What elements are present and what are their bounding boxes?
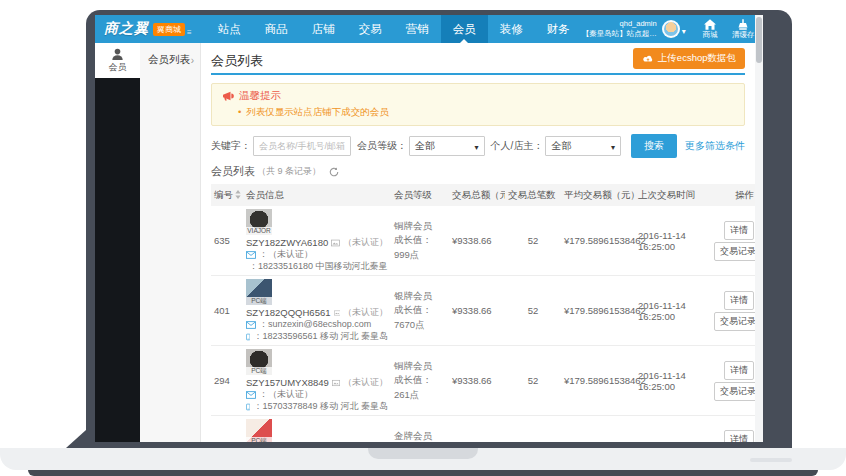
table-row: 401 PC端 SZY182QQQH6561（未认证） ：sunzexin@68… — [211, 276, 755, 346]
filter-bar: 关键字： 会员等级： 全部 个人/店主： 全部 搜索 更多 — [211, 134, 745, 158]
rail-item-member[interactable]: 会员 — [95, 43, 140, 78]
mall-button[interactable]: 商城 — [694, 19, 727, 39]
menu-item-decorate[interactable]: 装修 — [488, 15, 535, 43]
trade-record-button[interactable]: 交易记录 — [714, 312, 755, 331]
trade-total: ¥9338.66 — [449, 346, 505, 416]
search-button[interactable]: 搜索 — [631, 134, 677, 158]
member-email: ：（未认证） — [259, 389, 313, 400]
member-level: 银牌会员 — [394, 289, 446, 303]
trade-count: 52 — [505, 346, 561, 416]
vertical-scrollbar[interactable] — [755, 15, 763, 442]
member-email: ：（未认证） — [259, 249, 313, 260]
sort-icon — [235, 190, 241, 199]
main-menu: 站点 商品 店铺 交易 营销 会员 装修 财务 — [206, 15, 582, 43]
member-level-cell: 铜牌会员成长值：999点 — [391, 206, 449, 276]
menu-item-marketing[interactable]: 营销 — [394, 15, 441, 43]
detail-button[interactable]: 详情 — [724, 361, 754, 380]
navbar-actions: 商城 清缓存 皮肤 ? 帮助中心 — [694, 19, 755, 39]
member-avatar: PC端 — [246, 279, 272, 305]
user-site: 【秦皇岛站】站点超… — [582, 29, 657, 39]
chevron-right-icon — [191, 54, 194, 66]
id-card-icon — [332, 379, 340, 387]
member-name: SZY182QQQH6561 — [246, 307, 331, 318]
rail-item-label: 会员 — [95, 61, 140, 74]
email-icon — [246, 321, 256, 329]
menu-item-finance[interactable]: 财务 — [535, 15, 582, 43]
member-id: 635 — [211, 206, 243, 276]
detail-button[interactable]: 详情 — [724, 430, 754, 442]
col-level: 会员等级 — [391, 184, 449, 206]
refresh-button[interactable] — [329, 167, 339, 177]
menu-item-trade[interactable]: 交易 — [347, 15, 394, 43]
laptop-base-shadow — [28, 470, 818, 476]
clear-cache-button[interactable]: 清缓存 — [727, 19, 755, 39]
col-member-info: 会员信息 — [243, 184, 391, 206]
menu-item-shop[interactable]: 店铺 — [300, 15, 347, 43]
member-level-cell: 银牌会员成长值：7670点 — [391, 276, 449, 346]
member-email: ：sunzexin@68ecshop.com — [259, 319, 371, 330]
menu-item-goods[interactable]: 商品 — [253, 15, 300, 43]
trade-avg: ¥179.58961538462 — [561, 276, 635, 346]
detail-button[interactable]: 详情 — [724, 221, 754, 240]
megaphone-icon — [222, 91, 234, 101]
member-avatar: PC端 — [246, 349, 272, 375]
more-filters-link[interactable]: 更多筛选条件 — [685, 139, 745, 153]
level-select[interactable]: 全部 — [409, 136, 485, 156]
last-trade-time: 2016-11-14 16:25:00 — [635, 416, 711, 443]
mall-icon — [704, 19, 716, 30]
id-card-icon — [334, 309, 341, 317]
level-label: 会员等级： — [357, 139, 407, 153]
col-last-time: 上次交易时间 — [635, 184, 711, 206]
upload-ecshop-button[interactable]: 上传ecshop数据包 — [633, 48, 745, 69]
list-title-row: 会员列表 （共 9 条记录） — [211, 164, 745, 179]
member-id: 294 — [211, 346, 243, 416]
user-menu[interactable]: qhd_admin 【秦皇岛站】站点超… — [582, 19, 686, 39]
table-row: 635 VIAJOR SZY182ZWYA6180（未认证） ：（未认证） ：1… — [211, 206, 755, 276]
avatar-source-tag: PC端 — [246, 297, 272, 305]
user-avatar[interactable] — [662, 20, 680, 38]
col-count: 交易总笔数（笔） — [505, 184, 561, 206]
submenu-panel: 会员列表 — [140, 43, 201, 442]
keyword-input[interactable] — [253, 136, 351, 156]
table-row: 294 PC端 SZY157UMYX8849（未认证） ：（未认证） ：1570… — [211, 346, 755, 416]
menu-item-site[interactable]: 站点 — [206, 15, 253, 43]
avatar-source-tag: PC端 — [246, 437, 272, 442]
select-caret-icon — [611, 141, 615, 152]
scrollbar-thumb[interactable] — [756, 17, 762, 63]
trade-record-button[interactable]: 交易记录 — [714, 242, 755, 261]
refresh-icon — [329, 167, 339, 177]
hamburger-icon: ≡ — [187, 28, 192, 37]
select-caret-icon — [475, 141, 479, 152]
notice-item: 列表仅显示站点店铺下成交的会员 — [238, 106, 734, 119]
trade-count: 52 — [505, 276, 561, 346]
member-avatar: PC端 — [246, 419, 272, 442]
col-ops: 操作 — [711, 184, 755, 206]
table-header-row: 编号 会员信息 会员等级 交易总额（元） 交易总笔数（笔） 平均交易额（元） 上… — [211, 184, 755, 206]
member-name: SZY182ZWYA6180 — [246, 237, 328, 248]
col-id[interactable]: 编号 — [211, 184, 243, 206]
submenu-item-member-list[interactable]: 会员列表 — [140, 43, 200, 77]
brand-logo[interactable]: 商之翼 翼商城 ≡ — [104, 20, 192, 38]
page-header: 会员列表 上传ecshop数据包 — [211, 51, 745, 75]
type-select[interactable]: 全部 — [545, 136, 621, 156]
verify-status: （未认证） — [343, 237, 388, 248]
trade-avg: ¥179.58961538462 — [561, 206, 635, 276]
trade-record-button[interactable]: 交易记录 — [714, 382, 755, 401]
id-card-icon — [331, 239, 340, 247]
main-content: 会员列表 上传ecshop数据包 温馨提示 列表仅显示站点店铺下成交的会员 — [201, 43, 755, 442]
member-info-cell: PC端 SZY182QQQH6561（未认证） ：sunzexin@68ecsh… — [243, 276, 391, 346]
phone-icon — [246, 402, 250, 412]
col-total: 交易总额（元） — [449, 184, 505, 206]
member-level: 铜牌会员 — [394, 219, 446, 233]
detail-button[interactable]: 详情 — [724, 291, 754, 310]
member-level: 金牌会员 — [394, 429, 446, 442]
top-navbar: 商之翼 翼商城 ≡ 站点 商品 店铺 交易 营销 会员 装修 财务 qhd_ad… — [95, 15, 755, 43]
member-growth: 成长值：7670点 — [394, 303, 446, 332]
menu-item-member[interactable]: 会员 — [441, 15, 488, 43]
laptop-mockup: 商之翼 翼商城 ≡ 站点 商品 店铺 交易 营销 会员 装修 财务 qhd_ad… — [0, 0, 846, 476]
member-icon — [111, 48, 124, 60]
member-id: 401 — [211, 276, 243, 346]
last-trade-time: 2016-11-14 16:25:00 — [635, 206, 711, 276]
chevron-down-icon — [682, 20, 686, 38]
keyword-label: 关键字： — [211, 139, 251, 153]
